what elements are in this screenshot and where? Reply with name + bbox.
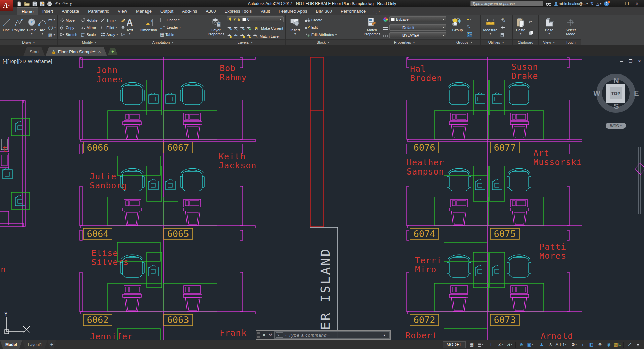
- circle-button[interactable]: Circle ▾: [26, 16, 37, 39]
- open-button[interactable]: [24, 1, 30, 6]
- circle-caret-icon[interactable]: ▾: [31, 32, 32, 36]
- command-drag-handle[interactable]: [257, 332, 260, 338]
- layer-unlock-button[interactable]: [246, 34, 251, 38]
- command-history-icon[interactable]: ▲: [383, 333, 388, 337]
- group-edit-button[interactable]: [467, 18, 472, 22]
- edit-attributes-button[interactable]: Edit Attributes▾: [305, 33, 337, 37]
- annotation-monitor-toggle[interactable]: ＋: [579, 341, 587, 348]
- drawing-close-button[interactable]: ✕: [638, 59, 641, 64]
- panel-label-annotation[interactable]: Annotation▼: [121, 39, 205, 45]
- undo-caret-icon[interactable]: ▾: [59, 2, 60, 5]
- minimize-button[interactable]: ─: [612, 1, 622, 6]
- tab-manage[interactable]: Manage: [131, 7, 156, 15]
- dimension-button[interactable]: Dimension: [138, 16, 159, 39]
- qat-customize-button[interactable]: ▾̱: [70, 2, 72, 6]
- hardware-acceleration-toggle[interactable]: ◉: [605, 341, 613, 348]
- object-snap-tracking-toggle[interactable]: ⊕: [517, 341, 525, 348]
- tab-featured-apps[interactable]: Featured Apps: [274, 7, 312, 15]
- drawing-restore-button[interactable]: ❐: [628, 59, 632, 64]
- model-tab[interactable]: Model: [0, 340, 22, 349]
- layout1-tab[interactable]: Layout1: [22, 340, 48, 349]
- copy-clip-button[interactable]: [529, 31, 533, 35]
- layer-select[interactable]: ☀ 0 ▼: [227, 16, 284, 22]
- tab-express-tools[interactable]: Express Tools: [220, 7, 256, 15]
- group-button[interactable]: Group: [449, 16, 466, 39]
- copy-button[interactable]: Copy: [60, 24, 77, 31]
- object-color-select[interactable]: ByLayer▼: [389, 16, 446, 22]
- tab-addins[interactable]: Add-ins: [178, 7, 201, 15]
- model-space-button[interactable]: MODEL: [443, 341, 466, 348]
- text-button[interactable]: A Text ▾: [122, 16, 137, 39]
- panel-label-draw[interactable]: Draw▼: [0, 39, 57, 45]
- paste-button[interactable]: Paste ▾: [514, 16, 528, 39]
- mirror-button[interactable]: Mirror: [81, 24, 97, 31]
- search-input[interactable]: Type a keyword or phrase: [470, 1, 543, 6]
- close-button[interactable]: ✕: [632, 1, 642, 6]
- signin-button[interactable]: robin.beales@... ▾: [554, 2, 588, 6]
- viewcube-west[interactable]: W: [593, 89, 600, 98]
- tab-output[interactable]: Output: [156, 7, 178, 15]
- base-caret-icon[interactable]: ▾: [548, 32, 550, 36]
- quick-calculator-button[interactable]: [500, 33, 505, 37]
- object-snap-toggle[interactable]: ▣▾: [526, 341, 534, 348]
- table-button[interactable]: ▦Table: [160, 32, 174, 37]
- save-as-button[interactable]: [40, 1, 45, 6]
- insert-caret-icon[interactable]: ▾: [294, 32, 296, 36]
- panel-label-view[interactable]: View▼: [539, 39, 560, 45]
- quick-select-button[interactable]: [500, 18, 505, 22]
- plot-button[interactable]: [47, 1, 52, 6]
- layer-on-button[interactable]: [227, 34, 232, 38]
- make-current-button[interactable]: Make Current: [253, 26, 283, 31]
- create-block-button[interactable]: Create: [305, 18, 322, 22]
- clean-screen-button[interactable]: ⤢: [625, 341, 633, 348]
- snap-mode-toggle[interactable]: ▤▾: [476, 341, 484, 348]
- move-button[interactable]: Move: [60, 17, 77, 24]
- quick-properties-toggle[interactable]: ◧: [587, 341, 595, 348]
- layer-freeze-button[interactable]: [240, 26, 245, 31]
- tab-home[interactable]: Home: [17, 7, 38, 15]
- redo-button[interactable]: ↷▾: [62, 2, 68, 6]
- layer-lock-button[interactable]: [246, 26, 251, 31]
- insert-button[interactable]: Insert ▾: [287, 16, 304, 39]
- viewcube[interactable]: N W E S TOP: [596, 73, 636, 113]
- restore-button[interactable]: ❐: [622, 1, 632, 6]
- tab-parametric[interactable]: Parametric: [84, 7, 113, 15]
- arc-button[interactable]: Arc ▾: [38, 16, 47, 39]
- point-style-button[interactable]: [500, 25, 505, 30]
- trusted-dwg-indicator[interactable]: ▨☑: [613, 341, 622, 348]
- group-selection-toggle[interactable]: [467, 32, 472, 37]
- panel-label-groups[interactable]: Groups▼: [448, 39, 480, 45]
- layer-thaw-button[interactable]: [240, 34, 245, 38]
- measure-caret-icon[interactable]: ▾: [490, 32, 491, 36]
- edit-block-button[interactable]: Edit: [305, 25, 318, 30]
- customization-menu-button[interactable]: ≡: [634, 341, 642, 348]
- help-icon[interactable]: ?: [604, 1, 609, 6]
- viewcube-top-face[interactable]: TOP: [606, 84, 625, 103]
- save-button[interactable]: [32, 1, 37, 6]
- command-input[interactable]: >_ ▾ Type a command ▲: [274, 331, 390, 339]
- ortho-toggle[interactable]: ∟: [488, 341, 496, 348]
- arc-caret-icon[interactable]: ▾: [42, 32, 43, 36]
- stretch-button[interactable]: Stretch: [60, 31, 77, 38]
- viewcube-north[interactable]: N: [613, 76, 619, 85]
- scale-button[interactable]: Scale: [81, 31, 97, 38]
- isometric-drafting-toggle[interactable]: ⊿▾: [505, 341, 514, 348]
- redo-caret-icon[interactable]: ▾: [66, 2, 68, 5]
- panel-label-clipboard[interactable]: Clipboard: [513, 39, 538, 45]
- ribbon-display-toggle[interactable]: ▭̤▾: [370, 7, 383, 15]
- tab-a360[interactable]: A360: [201, 7, 220, 15]
- annotation-scale-button[interactable]: ♙1:1▾: [555, 341, 566, 348]
- panel-label-block[interactable]: Block▼: [286, 39, 361, 45]
- panel-label-touch[interactable]: Touch: [560, 39, 581, 45]
- layer-unisolate-button[interactable]: [233, 34, 238, 38]
- command-close-icon[interactable]: ✕: [261, 333, 267, 337]
- linear-button[interactable]: Linear▾: [160, 18, 180, 22]
- annotation-autoscale-toggle[interactable]: ♙: [546, 341, 554, 348]
- ungroup-button[interactable]: [467, 25, 472, 29]
- panel-label-layers[interactable]: Layers▼: [205, 39, 285, 45]
- match-layer-button[interactable]: Match Layer: [253, 34, 280, 38]
- application-menu-button[interactable]: A ▾: [0, 0, 13, 11]
- rotate-button[interactable]: Rotate: [81, 17, 97, 24]
- file-tab-floor-plan[interactable]: 🔒 Floor Plan Sample* ✕: [45, 47, 107, 56]
- layer-properties-button[interactable]: Layer Properties: [206, 16, 226, 39]
